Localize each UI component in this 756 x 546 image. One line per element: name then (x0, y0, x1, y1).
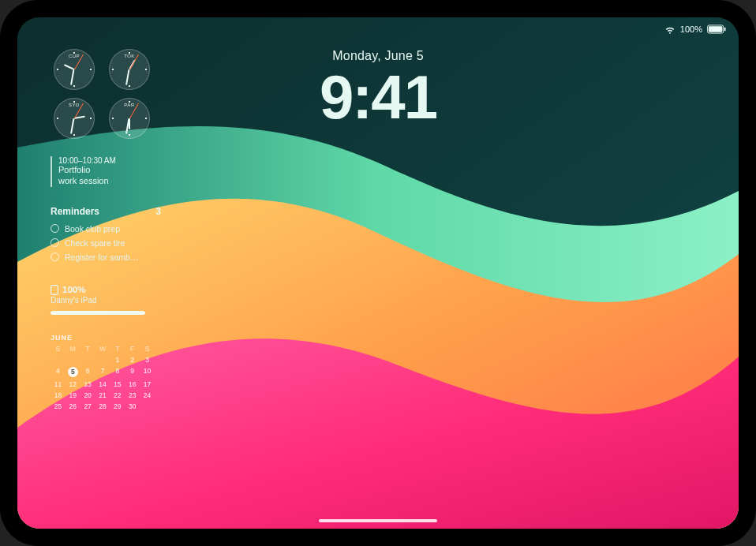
event-title-line2: work session (58, 176, 161, 187)
reminder-checkbox[interactable] (51, 224, 59, 233)
clock-face: PAR (109, 98, 150, 139)
calendar-event-widget[interactable]: 10:00–10:30 AM Portfolio work session (51, 156, 161, 187)
clock-face: TOK (109, 49, 150, 90)
wifi-icon (664, 24, 676, 35)
calendar-day[interactable]: 27 (80, 402, 95, 411)
calendar-day[interactable]: 23 (125, 391, 140, 400)
battery-icon (707, 24, 726, 34)
battery-widget[interactable]: 100% Danny's iPad (51, 285, 161, 315)
battery-widget-device: Danny's iPad (51, 296, 161, 305)
reminder-text: Book club prep (65, 224, 120, 234)
calendar-day[interactable]: 4 (51, 366, 65, 378)
calendar-day (65, 355, 80, 365)
reminder-checkbox[interactable] (51, 238, 59, 247)
world-clock-widget[interactable]: CUPTOKSYDPAR (51, 49, 153, 142)
reminder-item[interactable]: Check spare tire (51, 236, 161, 250)
calendar-day[interactable]: 10 (140, 366, 155, 378)
calendar-dow: F (125, 344, 140, 353)
reminders-title: Reminders (51, 206, 99, 217)
world-clock-item: PAR (106, 98, 153, 142)
calendar-dow: W (95, 344, 110, 353)
world-clock-item: TOK (106, 49, 153, 93)
status-battery-percent: 100% (680, 24, 702, 34)
calendar-day (80, 355, 95, 365)
calendar-dow: M (65, 344, 80, 353)
calendar-dow: T (110, 344, 125, 353)
calendar-day[interactable]: 8 (110, 366, 125, 378)
battery-bar (51, 311, 145, 315)
calendar-day[interactable]: 18 (51, 391, 65, 400)
calendar-day[interactable]: 26 (65, 402, 80, 411)
world-clock-item: CUP (51, 49, 98, 93)
calendar-day[interactable]: 1 (110, 355, 125, 365)
calendar-week-row: 45678910 (51, 366, 155, 378)
calendar-day (95, 355, 110, 365)
ipad-frame: 100% Monday, June 5 9:41 CUPTOKSYDPAR 10… (0, 0, 756, 546)
calendar-day[interactable]: 5 (65, 366, 80, 378)
calendar-dow: S (51, 344, 65, 353)
calendar-day (51, 355, 65, 365)
svg-rect-4 (51, 285, 58, 294)
calendar-day[interactable]: 25 (51, 402, 65, 411)
calendar-dow: S (140, 344, 155, 353)
world-clock-item: SYD (51, 98, 98, 142)
calendar-day[interactable]: 17 (140, 380, 155, 389)
calendar-day[interactable]: 13 (80, 380, 95, 389)
calendar-day[interactable]: 12 (65, 380, 80, 389)
clock-city-label: SYD (54, 103, 95, 107)
clock-city-label: PAR (109, 103, 150, 107)
calendar-dow: T (80, 344, 95, 353)
reminder-text: Register for samb… (65, 252, 138, 262)
home-indicator[interactable] (319, 519, 437, 522)
calendar-day[interactable]: 6 (80, 366, 95, 378)
calendar-day[interactable]: 7 (95, 366, 110, 378)
clock-city-label: TOK (109, 54, 150, 58)
calendar-day[interactable]: 29 (110, 402, 125, 411)
calendar-day[interactable]: 21 (95, 391, 110, 400)
calendar-day[interactable]: 24 (140, 391, 155, 400)
calendar-day[interactable]: 28 (95, 402, 110, 411)
svg-rect-3 (724, 28, 726, 32)
calendar-day[interactable]: 3 (140, 355, 155, 365)
svg-rect-2 (709, 26, 723, 32)
reminders-count: 3 (155, 206, 161, 217)
widgets-column: CUPTOKSYDPAR 10:00–10:30 AM Portfolio wo… (51, 49, 161, 411)
calendar-day[interactable]: 9 (125, 366, 140, 378)
calendar-week-row: 11121314151617 (51, 380, 155, 389)
clock-city-label: CUP (54, 54, 95, 58)
clock-face: CUP (54, 49, 95, 90)
lock-screen[interactable]: 100% Monday, June 5 9:41 CUPTOKSYDPAR 10… (17, 17, 739, 529)
calendar-day[interactable]: 15 (110, 380, 125, 389)
calendar-day[interactable]: 19 (65, 391, 80, 400)
clock-face: SYD (54, 98, 95, 139)
calendar-month-widget[interactable]: JUNE SMTWTFS 123456789101112131415161718… (51, 334, 155, 411)
reminder-item[interactable]: Register for samb… (51, 250, 161, 264)
reminder-checkbox[interactable] (51, 252, 59, 261)
battery-widget-percent: 100% (62, 285, 85, 294)
calendar-day[interactable]: 16 (125, 380, 140, 389)
calendar-day[interactable]: 14 (95, 380, 110, 389)
calendar-day[interactable]: 2 (125, 355, 140, 365)
calendar-month-label: JUNE (51, 334, 155, 342)
ipad-icon (51, 285, 58, 295)
reminder-text: Check spare tire (65, 238, 125, 248)
calendar-week-row: 123 (51, 355, 155, 365)
event-title-line1: Portfolio (58, 165, 161, 176)
calendar-day[interactable]: 30 (125, 402, 140, 411)
battery-fill (51, 311, 145, 315)
reminders-widget[interactable]: Reminders 3 Book club prepCheck spare ti… (51, 206, 161, 264)
reminder-item[interactable]: Book club prep (51, 222, 161, 236)
calendar-day[interactable]: 20 (80, 391, 95, 400)
calendar-week-row: 18192021222324 (51, 391, 155, 400)
calendar-day[interactable]: 22 (110, 391, 125, 400)
calendar-day (140, 402, 155, 411)
event-time: 10:00–10:30 AM (58, 156, 161, 165)
status-bar: 100% (664, 24, 726, 35)
calendar-day[interactable]: 11 (51, 380, 65, 389)
calendar-week-row: 252627282930 (51, 402, 155, 411)
